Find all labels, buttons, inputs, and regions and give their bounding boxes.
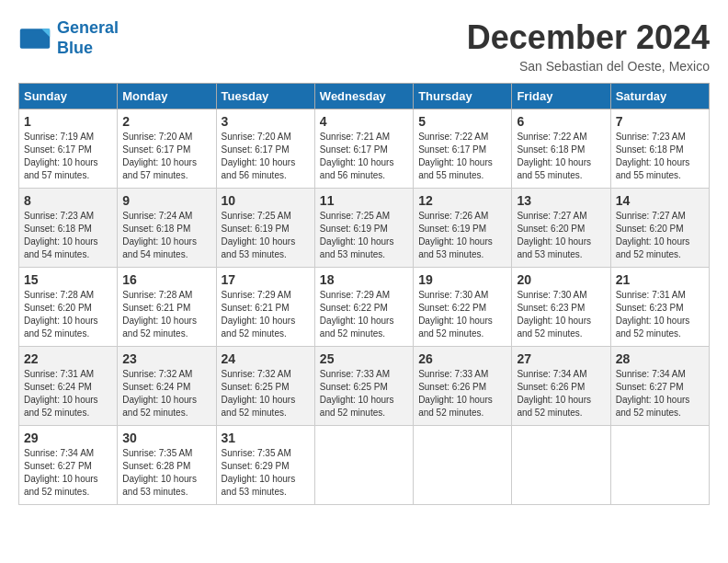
day-number: 12 (418, 193, 506, 208)
calendar-cell: 21Sunrise: 7:31 AM Sunset: 6:23 PM Dayli… (610, 268, 709, 347)
day-info: Sunrise: 7:32 AM Sunset: 6:25 PM Dayligh… (222, 368, 310, 419)
day-info: Sunrise: 7:20 AM Sunset: 6:17 PM Dayligh… (222, 131, 310, 182)
calendar-cell: 12Sunrise: 7:26 AM Sunset: 6:19 PM Dayli… (414, 189, 512, 268)
calendar-cell: 9Sunrise: 7:24 AM Sunset: 6:18 PM Daylig… (118, 189, 216, 268)
day-number: 14 (616, 193, 704, 208)
column-header-wednesday: Wednesday (314, 84, 413, 109)
calendar-week-row: 15Sunrise: 7:28 AM Sunset: 6:20 PM Dayli… (19, 268, 710, 347)
calendar-cell: 1Sunrise: 7:19 AM Sunset: 6:17 PM Daylig… (19, 109, 118, 189)
calendar-cell: 31Sunrise: 7:35 AM Sunset: 6:29 PM Dayli… (216, 426, 314, 505)
month-title: December 2024 (467, 18, 710, 57)
calendar-week-row: 1Sunrise: 7:19 AM Sunset: 6:17 PM Daylig… (19, 109, 710, 189)
logo: General Blue (18, 18, 119, 58)
logo-line1: General (57, 18, 119, 37)
title-block: December 2024 San Sebastian del Oeste, M… (467, 18, 710, 74)
calendar-week-row: 22Sunrise: 7:31 AM Sunset: 6:24 PM Dayli… (19, 347, 710, 426)
day-number: 17 (222, 272, 310, 287)
calendar-cell: 2Sunrise: 7:20 AM Sunset: 6:17 PM Daylig… (118, 109, 216, 189)
calendar-cell: 24Sunrise: 7:32 AM Sunset: 6:25 PM Dayli… (216, 347, 314, 426)
calendar-cell: 7Sunrise: 7:23 AM Sunset: 6:18 PM Daylig… (610, 109, 709, 189)
calendar-cell: 10Sunrise: 7:25 AM Sunset: 6:19 PM Dayli… (216, 189, 314, 268)
calendar-cell: 11Sunrise: 7:25 AM Sunset: 6:19 PM Dayli… (314, 189, 413, 268)
day-number: 20 (517, 272, 605, 287)
day-number: 21 (616, 272, 704, 287)
day-number: 5 (418, 114, 506, 129)
day-number: 25 (320, 351, 408, 366)
calendar-cell: 28Sunrise: 7:34 AM Sunset: 6:27 PM Dayli… (610, 347, 709, 426)
calendar-week-row: 29Sunrise: 7:34 AM Sunset: 6:27 PM Dayli… (19, 426, 710, 505)
day-info: Sunrise: 7:33 AM Sunset: 6:25 PM Dayligh… (320, 368, 408, 419)
day-info: Sunrise: 7:25 AM Sunset: 6:19 PM Dayligh… (222, 210, 310, 261)
day-number: 13 (517, 193, 605, 208)
day-number: 4 (320, 114, 408, 129)
calendar-cell: 15Sunrise: 7:28 AM Sunset: 6:20 PM Dayli… (19, 268, 118, 347)
calendar-cell (414, 426, 512, 505)
day-number: 26 (418, 351, 506, 366)
day-info: Sunrise: 7:32 AM Sunset: 6:24 PM Dayligh… (122, 368, 210, 419)
day-number: 24 (222, 351, 310, 366)
day-number: 30 (122, 431, 210, 445)
location-subtitle: San Sebastian del Oeste, Mexico (467, 59, 710, 74)
calendar-cell: 17Sunrise: 7:29 AM Sunset: 6:21 PM Dayli… (216, 268, 314, 347)
day-info: Sunrise: 7:28 AM Sunset: 6:21 PM Dayligh… (122, 289, 210, 340)
calendar-cell: 3Sunrise: 7:20 AM Sunset: 6:17 PM Daylig… (216, 109, 314, 189)
day-info: Sunrise: 7:22 AM Sunset: 6:17 PM Dayligh… (418, 131, 506, 182)
calendar-cell: 14Sunrise: 7:27 AM Sunset: 6:20 PM Dayli… (610, 189, 709, 268)
day-info: Sunrise: 7:29 AM Sunset: 6:22 PM Dayligh… (320, 289, 408, 340)
day-number: 6 (517, 114, 605, 129)
day-info: Sunrise: 7:19 AM Sunset: 6:17 PM Dayligh… (24, 131, 112, 182)
day-info: Sunrise: 7:27 AM Sunset: 6:20 PM Dayligh… (517, 210, 605, 261)
calendar-cell: 4Sunrise: 7:21 AM Sunset: 6:17 PM Daylig… (314, 109, 413, 189)
calendar-cell: 19Sunrise: 7:30 AM Sunset: 6:22 PM Dayli… (414, 268, 512, 347)
day-info: Sunrise: 7:27 AM Sunset: 6:20 PM Dayligh… (616, 210, 704, 261)
day-info: Sunrise: 7:20 AM Sunset: 6:17 PM Dayligh… (122, 131, 210, 182)
day-number: 16 (122, 272, 210, 287)
calendar-cell: 27Sunrise: 7:34 AM Sunset: 6:26 PM Dayli… (512, 347, 610, 426)
column-header-sunday: Sunday (19, 84, 118, 109)
day-info: Sunrise: 7:31 AM Sunset: 6:23 PM Dayligh… (616, 289, 704, 340)
day-number: 7 (616, 114, 704, 129)
column-header-monday: Monday (118, 84, 216, 109)
day-info: Sunrise: 7:35 AM Sunset: 6:28 PM Dayligh… (122, 447, 210, 499)
day-number: 10 (222, 193, 310, 208)
day-info: Sunrise: 7:25 AM Sunset: 6:19 PM Dayligh… (320, 210, 408, 261)
calendar-table: SundayMondayTuesdayWednesdayThursdayFrid… (18, 83, 710, 505)
day-info: Sunrise: 7:33 AM Sunset: 6:26 PM Dayligh… (418, 368, 506, 419)
calendar-cell (610, 426, 709, 505)
day-info: Sunrise: 7:24 AM Sunset: 6:18 PM Dayligh… (122, 210, 210, 261)
day-number: 23 (122, 351, 210, 366)
calendar-cell: 26Sunrise: 7:33 AM Sunset: 6:26 PM Dayli… (414, 347, 512, 426)
calendar-cell: 5Sunrise: 7:22 AM Sunset: 6:17 PM Daylig… (414, 109, 512, 189)
day-number: 9 (122, 193, 210, 208)
page-header: General Blue December 2024 San Sebastian… (18, 18, 710, 74)
calendar-week-row: 8Sunrise: 7:23 AM Sunset: 6:18 PM Daylig… (19, 189, 710, 268)
day-info: Sunrise: 7:22 AM Sunset: 6:18 PM Dayligh… (517, 131, 605, 182)
calendar-cell: 22Sunrise: 7:31 AM Sunset: 6:24 PM Dayli… (19, 347, 118, 426)
day-info: Sunrise: 7:23 AM Sunset: 6:18 PM Dayligh… (24, 210, 112, 261)
calendar-cell: 29Sunrise: 7:34 AM Sunset: 6:27 PM Dayli… (19, 426, 118, 505)
calendar-cell (314, 426, 413, 505)
day-info: Sunrise: 7:34 AM Sunset: 6:27 PM Dayligh… (24, 447, 112, 499)
day-number: 19 (418, 272, 506, 287)
day-info: Sunrise: 7:34 AM Sunset: 6:27 PM Dayligh… (616, 368, 704, 419)
logo-text: General Blue (57, 18, 119, 58)
calendar-cell: 8Sunrise: 7:23 AM Sunset: 6:18 PM Daylig… (19, 189, 118, 268)
column-header-saturday: Saturday (610, 84, 709, 109)
column-header-friday: Friday (512, 84, 610, 109)
day-info: Sunrise: 7:23 AM Sunset: 6:18 PM Dayligh… (616, 131, 704, 182)
day-number: 11 (320, 193, 408, 208)
calendar-cell: 16Sunrise: 7:28 AM Sunset: 6:21 PM Dayli… (118, 268, 216, 347)
day-info: Sunrise: 7:26 AM Sunset: 6:19 PM Dayligh… (418, 210, 506, 261)
day-info: Sunrise: 7:21 AM Sunset: 6:17 PM Dayligh… (320, 131, 408, 182)
day-number: 8 (24, 193, 112, 208)
day-info: Sunrise: 7:34 AM Sunset: 6:26 PM Dayligh… (517, 368, 605, 419)
day-info: Sunrise: 7:31 AM Sunset: 6:24 PM Dayligh… (24, 368, 112, 419)
calendar-cell: 30Sunrise: 7:35 AM Sunset: 6:28 PM Dayli… (118, 426, 216, 505)
day-number: 29 (24, 431, 112, 445)
calendar-cell: 18Sunrise: 7:29 AM Sunset: 6:22 PM Dayli… (314, 268, 413, 347)
calendar-cell (512, 426, 610, 505)
day-number: 18 (320, 272, 408, 287)
calendar-cell: 23Sunrise: 7:32 AM Sunset: 6:24 PM Dayli… (118, 347, 216, 426)
day-number: 31 (222, 431, 310, 445)
calendar-cell: 20Sunrise: 7:30 AM Sunset: 6:23 PM Dayli… (512, 268, 610, 347)
